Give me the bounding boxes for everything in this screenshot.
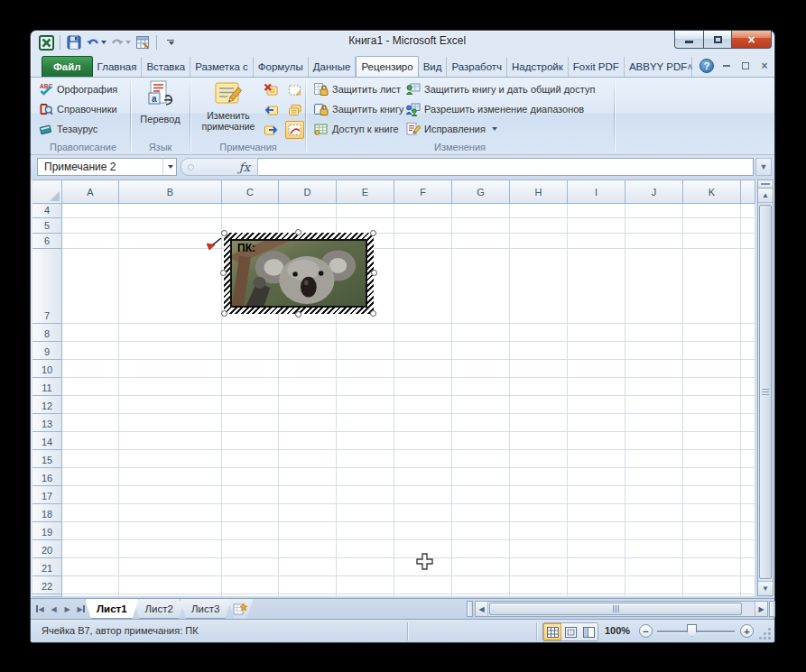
title-bar[interactable]: Книга1 - Microsoft Excel ×: [31, 31, 774, 55]
resize-handle-bottom-right[interactable]: [370, 310, 376, 317]
row-header-12[interactable]: 12: [32, 396, 62, 414]
undo-button[interactable]: [86, 33, 107, 51]
show-ink-button[interactable]: [285, 121, 304, 139]
resize-handle-bottom[interactable]: [295, 311, 301, 318]
excel-logo-icon[interactable]: [38, 33, 54, 51]
row-header-20[interactable]: 20: [32, 540, 62, 558]
save-button[interactable]: [66, 33, 82, 51]
redo-dropdown-arrow[interactable]: [125, 41, 131, 44]
thesaurus-button[interactable]: Тезаурус: [39, 121, 97, 137]
row-header-partial[interactable]: [32, 594, 62, 597]
tab-review[interactable]: Рецензиро: [356, 56, 418, 77]
scroll-left-arrow[interactable]: ◀: [476, 602, 488, 616]
tab-insert[interactable]: Вставка: [142, 57, 190, 77]
insert-worksheet-button[interactable]: [227, 599, 253, 619]
column-header-H[interactable]: H: [510, 180, 568, 204]
column-header-F[interactable]: F: [394, 180, 452, 204]
resize-handle-top-right[interactable]: [370, 230, 376, 236]
show-all-comments-button[interactable]: [285, 101, 304, 119]
sheet-tab-list3[interactable]: Лист3: [180, 599, 231, 619]
resize-grip[interactable]: [758, 627, 771, 640]
vertical-split-handle[interactable]: [758, 180, 773, 189]
tab-view[interactable]: Вид: [419, 57, 448, 77]
tab-developer[interactable]: Разработч: [447, 57, 507, 77]
insert-function-button[interactable]: ƒx: [239, 161, 250, 174]
allow-edit-ranges-button[interactable]: Разрешить изменение диапазонов: [405, 101, 584, 117]
row-header-17[interactable]: 17: [32, 486, 62, 504]
last-sheet-button[interactable]: ▶: [75, 603, 87, 616]
minimize-button[interactable]: [674, 31, 704, 49]
spelling-button[interactable]: ABC Орфография: [39, 81, 117, 97]
sheet-tab-list2[interactable]: Лист2: [134, 599, 185, 619]
scroll-right-arrow[interactable]: ▶: [755, 602, 767, 616]
resize-handle-top[interactable]: [295, 229, 301, 235]
track-changes-button[interactable]: Исправления: [405, 121, 497, 137]
column-header-K[interactable]: K: [683, 180, 741, 204]
row-header-14[interactable]: 14: [32, 432, 62, 450]
column-header-B[interactable]: B: [119, 180, 222, 204]
row-header-19[interactable]: 19: [32, 522, 62, 540]
row-header-5[interactable]: 5: [32, 218, 62, 234]
name-box-dropdown[interactable]: [162, 159, 176, 175]
next-comment-button[interactable]: [262, 121, 281, 139]
row-header-13[interactable]: 13: [32, 414, 62, 432]
next-sheet-button[interactable]: ▶: [61, 603, 73, 616]
vertical-scroll-thumb[interactable]: [759, 205, 772, 579]
tab-home[interactable]: Главная: [93, 57, 143, 77]
workbook-minimize-icon[interactable]: [720, 60, 733, 72]
qat-grid-icon-button[interactable]: [134, 33, 151, 51]
first-sheet-button[interactable]: ◀: [34, 603, 46, 616]
tab-formulas[interactable]: Формулы: [254, 57, 309, 77]
row-header-8[interactable]: 8: [32, 324, 62, 342]
tab-scroll-splitter[interactable]: [467, 601, 473, 617]
zoom-level-label[interactable]: 100%: [605, 625, 630, 636]
zoom-in-button[interactable]: +: [740, 624, 754, 638]
research-button[interactable]: Справочники: [39, 101, 117, 117]
row-header-4[interactable]: 4: [32, 204, 62, 218]
workbook-restore-icon[interactable]: [739, 60, 752, 72]
resize-handle-top-left[interactable]: [221, 230, 227, 236]
collapse-ribbon-icon[interactable]: ∧: [687, 61, 693, 71]
row-header-18[interactable]: 18: [32, 504, 62, 522]
tab-file[interactable]: Файл: [42, 56, 93, 77]
show-hide-comment-button[interactable]: [285, 81, 304, 99]
vertical-scrollbar[interactable]: ▲ ▼: [757, 180, 774, 596]
workbook-close-icon[interactable]: ×: [758, 60, 771, 72]
row-header-6[interactable]: 6: [32, 234, 62, 249]
normal-view-button[interactable]: [543, 623, 561, 640]
horizontal-scrollbar[interactable]: ◀ ▶: [475, 601, 768, 617]
column-header-A[interactable]: A: [62, 180, 119, 204]
scroll-down-arrow[interactable]: ▼: [758, 581, 773, 595]
row-header-11[interactable]: 11: [32, 378, 62, 396]
column-header-E[interactable]: E: [337, 180, 394, 204]
comment-box[interactable]: ПК:: [224, 233, 374, 314]
resize-handle-left[interactable]: [220, 270, 227, 276]
share-workbook-button[interactable]: Доступ к книге: [313, 121, 399, 137]
customize-qat-button[interactable]: [162, 33, 179, 51]
translate-button[interactable]: a Перевод: [132, 80, 189, 124]
previous-comment-button[interactable]: [262, 101, 281, 119]
scroll-up-arrow[interactable]: ▲: [758, 189, 773, 203]
row-header-10[interactable]: 10: [32, 360, 62, 378]
column-header-D[interactable]: D: [279, 180, 337, 204]
select-all-corner[interactable]: [32, 180, 62, 204]
worksheet-grid[interactable]: ПК:: [62, 204, 755, 596]
help-icon[interactable]: ?: [699, 59, 714, 73]
sheet-tab-list1[interactable]: Лист1: [85, 599, 139, 619]
previous-sheet-button[interactable]: ◀: [48, 603, 60, 616]
undo-dropdown-arrow[interactable]: [101, 41, 107, 44]
column-header-G[interactable]: G: [452, 180, 510, 204]
resize-handle-bottom-left[interactable]: [221, 310, 227, 317]
row-header-16[interactable]: 16: [32, 468, 62, 486]
maximize-button[interactable]: [704, 31, 731, 49]
row-header-15[interactable]: 15: [32, 450, 62, 468]
protect-workbook-button[interactable]: Защитить книгу: [313, 101, 404, 117]
column-header-I[interactable]: I: [568, 180, 625, 204]
delete-comment-button[interactable]: [262, 81, 281, 99]
formula-input[interactable]: [258, 158, 754, 176]
tab-foxit-pdf[interactable]: Foxit PDF: [569, 57, 625, 77]
redo-button-disabled[interactable]: [110, 33, 131, 51]
tab-data[interactable]: Данные: [309, 57, 357, 77]
page-break-preview-button[interactable]: [579, 623, 598, 640]
edit-comment-button[interactable]: Изменить примечание: [199, 80, 257, 132]
